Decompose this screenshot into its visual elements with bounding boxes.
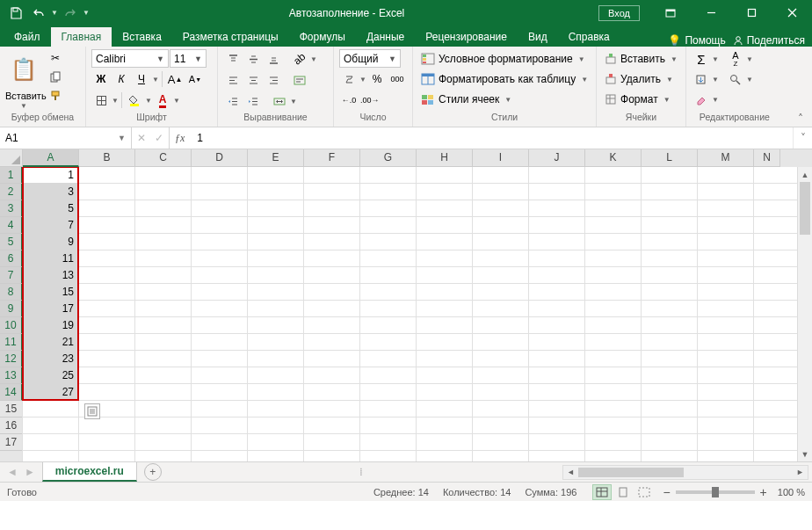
fx-icon[interactable]: ƒx [170, 127, 190, 149]
sheet-nav-next-icon[interactable]: ► [25, 466, 35, 478]
cell-A1[interactable]: 1 [23, 167, 77, 183]
insert-cells-button[interactable]: Вставить▼ [602, 49, 680, 69]
add-sheet-button[interactable]: + [144, 463, 162, 481]
undo-dropdown[interactable]: ▼ [51, 9, 58, 17]
view-page-break-icon[interactable] [634, 484, 654, 500]
zoom-in-icon[interactable]: + [760, 485, 767, 499]
clear-icon[interactable] [692, 90, 711, 109]
view-page-layout-icon[interactable] [613, 484, 633, 500]
tellme-button[interactable]: 💡Помощь [668, 34, 725, 47]
decrease-indent-icon[interactable] [223, 91, 243, 111]
fill-color-icon[interactable] [125, 91, 144, 110]
decrease-font-icon[interactable]: A▼ [185, 69, 205, 89]
fill-dropdown[interactable]: ▼ [712, 76, 719, 83]
paste-button[interactable]: 📋 [5, 49, 42, 90]
name-box[interactable]: A1▼ [0, 127, 132, 149]
format-painter-icon[interactable] [46, 86, 65, 104]
tab-view[interactable]: Вид [518, 27, 558, 47]
increase-font-icon[interactable]: A▲ [165, 69, 185, 89]
row-header-10[interactable]: 10 [0, 317, 23, 334]
close-icon[interactable] [772, 0, 812, 25]
orientation-dropdown[interactable]: ▼ [310, 55, 317, 63]
font-color-icon[interactable]: A [153, 91, 172, 110]
row-header-13[interactable]: 13 [0, 367, 23, 384]
sort-filter-icon[interactable]: AZ [726, 49, 745, 69]
italic-button[interactable]: К [112, 69, 131, 89]
align-middle-icon[interactable] [243, 49, 263, 69]
row-header-14[interactable]: 14 [0, 384, 23, 401]
row-header-12[interactable]: 12 [0, 351, 23, 367]
fill-icon[interactable] [692, 69, 711, 89]
scroll-down-icon[interactable]: ▼ [798, 447, 812, 461]
undo-icon[interactable] [28, 4, 49, 23]
font-size-combo[interactable]: 11▼ [170, 49, 207, 68]
ribbon-display-icon[interactable] [650, 0, 691, 25]
column-header-E[interactable]: E [248, 149, 304, 167]
comma-icon[interactable]: 000 [388, 69, 407, 89]
scroll-thumb[interactable] [800, 182, 810, 235]
decrease-decimal-icon[interactable]: .00→ [359, 91, 381, 110]
row-header-15[interactable]: 15 [0, 401, 23, 417]
orientation-icon[interactable]: ab [290, 49, 309, 69]
cell-styles-button[interactable]: Стили ячеек▼ [418, 90, 591, 109]
cell-A6[interactable]: 11 [23, 250, 77, 266]
zoom-slider[interactable] [676, 490, 755, 494]
conditional-formatting-button[interactable]: Условное форматирование▼ [418, 49, 591, 69]
format-as-table-button[interactable]: Форматировать как таблицу▼ [418, 69, 591, 89]
tab-file[interactable]: Файл [4, 27, 51, 47]
tab-layout[interactable]: Разметка страницы [172, 27, 289, 47]
merge-dropdown[interactable]: ▼ [290, 98, 297, 105]
cell-A8[interactable]: 15 [23, 284, 77, 300]
accounting-icon[interactable] [339, 69, 359, 89]
tab-help[interactable]: Справка [558, 27, 620, 47]
format-cells-button[interactable]: Формат▼ [602, 90, 680, 109]
cell-A9[interactable]: 17 [23, 301, 77, 316]
column-header-J[interactable]: J [529, 149, 585, 167]
cut-icon[interactable]: ✂ [46, 49, 65, 67]
wrap-text-icon[interactable] [290, 70, 309, 90]
formula-input[interactable]: 1 [190, 127, 793, 149]
autofill-options-button[interactable] [84, 403, 100, 419]
font-name-combo[interactable]: Calibri▼ [91, 49, 169, 68]
scroll-right-icon[interactable]: ► [793, 468, 808, 476]
align-right-icon[interactable] [264, 70, 283, 90]
select-all-corner[interactable] [0, 149, 23, 167]
column-header-M[interactable]: M [698, 149, 754, 167]
align-left-icon[interactable] [223, 70, 243, 90]
enter-formula-icon[interactable]: ✓ [155, 132, 163, 144]
merge-center-icon[interactable] [270, 91, 289, 111]
login-button[interactable]: Вход [598, 5, 640, 21]
cancel-formula-icon[interactable]: ✕ [137, 132, 146, 144]
row-header-8[interactable]: 8 [0, 284, 23, 301]
hscroll-thumb[interactable] [578, 468, 684, 477]
row-header-17[interactable]: 17 [0, 434, 23, 451]
percent-icon[interactable]: % [367, 69, 387, 89]
cell-A10[interactable]: 19 [23, 317, 77, 333]
font-color-dropdown[interactable]: ▼ [173, 97, 180, 105]
qat-customize-dropdown[interactable]: ▼ [83, 9, 90, 17]
minimize-icon[interactable] [691, 0, 731, 25]
cell-A5[interactable]: 9 [23, 234, 77, 250]
column-header-B[interactable]: B [79, 149, 135, 167]
row-header-5[interactable]: 5 [0, 234, 23, 250]
borders-icon[interactable] [91, 91, 111, 110]
copy-icon[interactable] [46, 68, 65, 85]
tab-insert[interactable]: Вставка [112, 27, 172, 47]
cell-A11[interactable]: 21 [23, 334, 77, 350]
find-select-icon[interactable] [726, 69, 745, 89]
row-header-4[interactable]: 4 [0, 217, 23, 234]
tab-formulas[interactable]: Формулы [289, 27, 356, 47]
zoom-value[interactable]: 100 % [778, 487, 805, 497]
view-normal-icon[interactable] [592, 484, 612, 500]
align-center-icon[interactable] [243, 70, 263, 90]
cell-A14[interactable]: 27 [23, 384, 77, 400]
column-header-N[interactable]: N [754, 149, 780, 167]
save-icon[interactable] [5, 4, 26, 23]
sort-dropdown[interactable]: ▼ [746, 55, 753, 63]
fill-color-dropdown[interactable]: ▼ [145, 97, 152, 105]
horizontal-scrollbar[interactable]: ◄ ► [562, 465, 808, 480]
share-button[interactable]: Поделиться [733, 34, 805, 47]
accounting-dropdown[interactable]: ▼ [359, 76, 366, 83]
collapse-ribbon-icon[interactable]: ˄ [793, 113, 808, 125]
sheet-nav-prev-icon[interactable]: ◄ [7, 466, 18, 478]
